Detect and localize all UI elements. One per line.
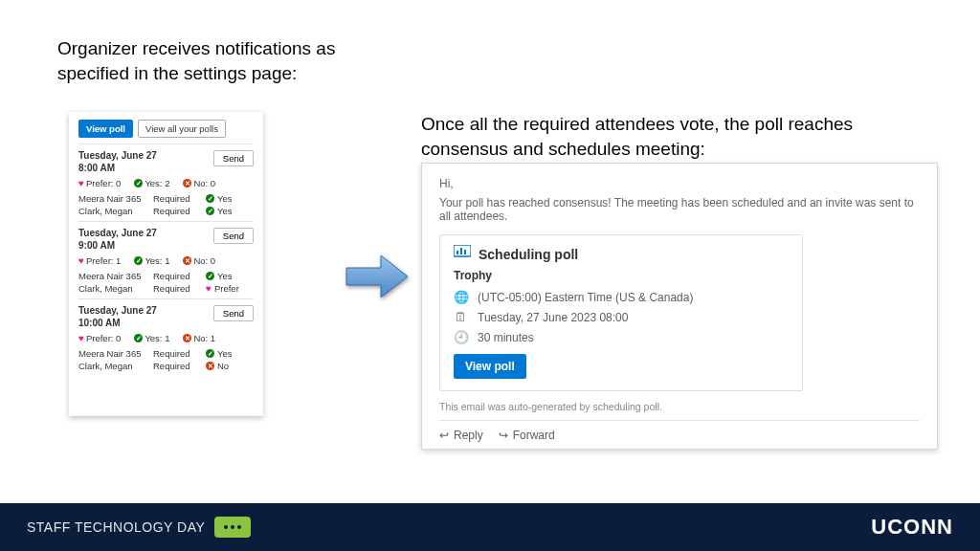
send-button[interactable]: Send [213,150,254,166]
slot-datetime: Tuesday, June 279:00 AM [78,228,157,252]
notifications-panel: View poll View all your polls Tuesday, J… [69,112,263,416]
vote-counts: ♥Prefer: 0✓Yes: 1✕No: 1 [78,333,254,343]
reply-icon: ↩ [439,429,449,442]
attendee-row: Clark, MeganRequired✓ Yes [78,206,254,216]
poll-duration: 30 minutes [478,331,534,344]
slide-heading-1: Organizer receives notifications as spec… [57,36,383,85]
slide-footer: STAFF TECHNOLOGY DAY UCONN [0,503,980,551]
consensus-email-panel: Hi, Your poll has reached consensus! The… [421,163,938,450]
attendee-row: Meera Nair 365Required✓ Yes [78,193,254,204]
attendee-row: Meera Nair 365Required✓ Yes [78,348,254,359]
view-poll-button[interactable]: View poll [78,120,133,138]
poll-card-title: Scheduling poll [479,247,578,262]
time-slot: Tuesday, June 278:00 AMSend♥Prefer: 0✓Ye… [78,143,254,221]
brand-logo: UCONN [871,515,953,540]
globe-icon: 🌐 [454,290,468,304]
poll-subject: Trophy [454,269,789,282]
send-button[interactable]: Send [213,305,254,321]
svg-rect-3 [464,250,466,254]
forward-link[interactable]: ↪Forward [499,429,555,442]
chat-bubble-icon [214,517,251,538]
clock-icon: 🕘 [454,330,468,344]
auto-generated-note: This email was auto-generated by schedul… [439,401,920,412]
poll-datetime: Tuesday, 27 June 2023 08:00 [478,311,628,324]
attendee-row: Meera Nair 365Required✓ Yes [78,271,254,281]
slot-datetime: Tuesday, June 278:00 AM [78,150,157,174]
view-poll-button-card[interactable]: View poll [454,354,526,379]
time-slot: Tuesday, June 279:00 AMSend♥Prefer: 1✓Ye… [78,221,254,298]
footer-title: STAFF TECHNOLOGY DAY [27,519,205,535]
reply-link[interactable]: ↩Reply [439,429,483,442]
svg-rect-1 [457,251,458,254]
poll-timezone: (UTC-05:00) Eastern Time (US & Canada) [478,291,693,304]
vote-counts: ♥Prefer: 0✓Yes: 2✕No: 0 [78,178,254,188]
view-all-polls-button[interactable]: View all your polls [138,120,226,138]
slot-datetime: Tuesday, June 2710:00 AM [78,305,157,329]
send-button[interactable]: Send [213,228,254,244]
slide-heading-2: Once all the required attendees vote, th… [421,112,928,161]
attendee-row: Clark, MeganRequired♥ Prefer [78,283,254,294]
time-slot: Tuesday, June 2710:00 AMSend♥Prefer: 0✓Y… [78,298,254,376]
attendee-row: Clark, MeganRequired✕ No [78,361,254,371]
email-message: Your poll has reached consensus! The mee… [439,196,920,223]
calendar-icon: 🗓 [454,310,468,324]
svg-rect-2 [460,248,462,254]
poll-icon [454,245,471,263]
vote-counts: ♥Prefer: 1✓Yes: 1✕No: 0 [78,255,254,266]
email-greeting: Hi, [439,177,920,190]
arrow-icon [345,253,412,303]
forward-icon: ↪ [499,429,508,442]
divider [439,420,920,421]
poll-card: Scheduling poll Trophy 🌐(UTC-05:00) East… [439,234,803,391]
